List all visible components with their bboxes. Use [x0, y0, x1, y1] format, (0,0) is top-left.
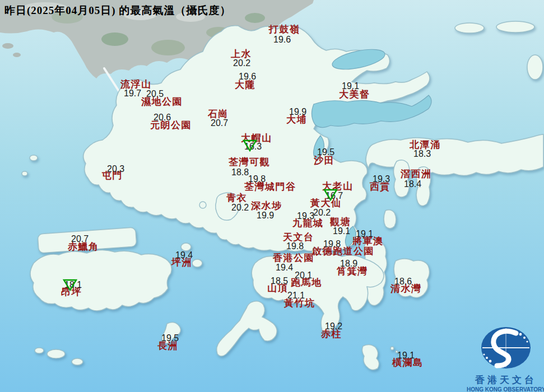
- station-label: 青衣: [226, 193, 247, 204]
- station-value: 19.1: [397, 351, 415, 361]
- hk-max-temperature-map: 昨日(2025年04月05日) 的最高氣溫（攝氏度） 打鼓嶺19.6上水20.2…: [0, 0, 544, 392]
- station-label: 啟德跑道公園: [312, 246, 374, 257]
- station-label: 滘西洲: [401, 169, 432, 180]
- map-canvas: [0, 0, 544, 392]
- station-value: 19.9: [289, 107, 306, 117]
- station-label: 大隴: [235, 80, 255, 91]
- station-value: 21.1: [287, 291, 305, 301]
- green-triangle-marker: [63, 279, 77, 291]
- station-value: 19.6: [239, 72, 256, 82]
- station-value: 19.4: [175, 250, 193, 260]
- station-value: 19.5: [317, 147, 334, 157]
- station-value: 20.5: [146, 89, 164, 99]
- station-label: 香港公園: [273, 253, 314, 264]
- station-label: 打鼓嶺: [269, 25, 300, 35]
- station-value: 19.6: [273, 35, 291, 45]
- station-value: 19.1: [342, 81, 359, 91]
- hko-logo: 香港天文台 HONG KONG OBSERVATORY: [467, 326, 544, 392]
- station-value: 19.1: [333, 226, 350, 236]
- station-value: 18.5: [271, 276, 288, 286]
- station-value: 20.2: [313, 208, 331, 218]
- station-value: 18.9: [340, 259, 357, 269]
- station-value: 19.2: [325, 321, 342, 332]
- station-value: 20.1: [295, 270, 312, 281]
- station-label: 深水埗: [251, 201, 282, 212]
- station-value: 19.8: [286, 241, 304, 251]
- station-label: 黃大仙: [310, 198, 342, 209]
- station-value: 18.3: [413, 149, 431, 159]
- hko-logo-icon: [467, 326, 544, 371]
- station-value: 20.2: [233, 58, 250, 68]
- station-value: 19.9: [257, 211, 274, 221]
- station-value: 19.3: [373, 174, 390, 184]
- station-value: 19.7: [124, 88, 141, 99]
- hko-logo-name-zh: 香港天文台: [467, 374, 544, 386]
- station-value: 19.1: [356, 229, 373, 239]
- station-value: 18.4: [404, 179, 421, 189]
- map-title: 昨日(2025年04月05日) 的最高氣溫（攝氏度）: [4, 3, 231, 18]
- station-value: 19.4: [276, 263, 293, 273]
- station-value: 20.7: [71, 234, 89, 244]
- station-value: 18.8: [231, 167, 249, 178]
- station-value: 20.3: [107, 164, 124, 174]
- hko-logo-name-en: HONG KONG OBSERVATORY: [467, 386, 544, 392]
- station-value: 19.8: [248, 174, 266, 184]
- station-value: 19.8: [323, 239, 341, 249]
- station-label: 荃灣可觀: [229, 157, 270, 168]
- station-label: 沙田: [314, 156, 334, 166]
- station-value: 19.3: [297, 211, 314, 221]
- station-value: 18.6: [394, 277, 412, 287]
- green-triangle-marker: [243, 139, 257, 152]
- station-value: 20.7: [211, 118, 228, 128]
- peng-chau-island: [181, 243, 191, 251]
- station-label: 大美督: [339, 90, 370, 100]
- station-value: 19.5: [161, 333, 179, 343]
- station-value: 20.6: [154, 113, 171, 123]
- station-value: 20.2: [231, 203, 249, 213]
